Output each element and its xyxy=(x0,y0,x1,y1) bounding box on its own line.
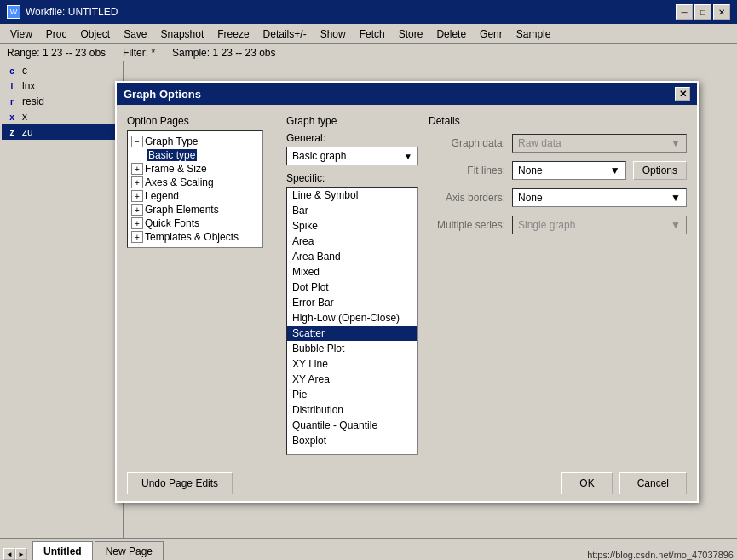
list-item-mixed[interactable]: Mixed xyxy=(287,264,417,280)
tree-item-basic-type[interactable]: Basic type xyxy=(147,148,259,162)
tree-item-templates-objects[interactable]: + Templates & Objects xyxy=(131,230,259,244)
multiple-series-arrow: ▼ xyxy=(671,219,681,231)
tree-item-legend[interactable]: + Legend xyxy=(131,189,259,203)
fit-lines-label: Fit lines: xyxy=(429,165,505,176)
footer-left: Undo Page Edits xyxy=(127,472,233,494)
list-item-spike[interactable]: Spike xyxy=(287,218,417,234)
tree-item-graph-elements[interactable]: + Graph Elements xyxy=(131,203,259,216)
options-button[interactable]: Options xyxy=(633,161,687,180)
graph-type-heading: Graph type xyxy=(286,115,418,127)
dialog-close-button[interactable]: ✕ xyxy=(675,87,690,101)
multiple-series-label: Multiple series: xyxy=(429,219,505,231)
tree-item-frame-size[interactable]: + Frame & Size xyxy=(131,162,259,176)
tree-expand-graph-elements[interactable]: + xyxy=(131,204,143,216)
list-item-bar[interactable]: Bar xyxy=(287,203,417,218)
tree-label-axes-scaling: Axes & Scaling xyxy=(145,176,214,188)
general-field-label: General: xyxy=(286,132,418,144)
tree-item-graph-type[interactable]: − Graph Type xyxy=(131,135,259,148)
list-item-line-symbol[interactable]: Line & Symbol xyxy=(287,188,417,203)
graph-type-panel: Graph type General: Basic graph ▼ Specif… xyxy=(286,115,418,455)
tree-label-basic-type: Basic type xyxy=(147,149,197,161)
graph-data-dropdown[interactable]: Raw data ▼ xyxy=(512,134,687,153)
axis-borders-value: None xyxy=(518,192,543,204)
tree-label-legend: Legend xyxy=(145,190,179,202)
list-item-error-bar[interactable]: Error Bar xyxy=(287,295,417,310)
fit-lines-value: None xyxy=(518,165,543,176)
multiple-series-row: Multiple series: Single graph ▼ xyxy=(429,216,687,234)
option-pages-panel: Option Pages − Graph Type Basic type xyxy=(127,115,276,455)
tree-expand-frame-size[interactable]: + xyxy=(131,163,143,175)
axis-borders-row: Axis borders: None ▼ xyxy=(429,188,687,207)
graph-data-arrow: ▼ xyxy=(671,137,681,149)
footer-right: OK Cancel xyxy=(561,472,687,494)
tree-expand-graph-type[interactable]: − xyxy=(131,136,143,147)
list-item-dot-plot[interactable]: Dot Plot xyxy=(287,280,417,295)
tree-label-templates-objects: Templates & Objects xyxy=(145,231,239,243)
specific-list-box[interactable]: Line & Symbol Bar Spike Area Area Band M… xyxy=(286,187,418,455)
list-item-boxplot[interactable]: Boxplot xyxy=(287,433,417,448)
multiple-series-value: Single graph xyxy=(518,219,575,231)
option-pages-label: Option Pages xyxy=(127,115,276,127)
graph-data-row: Graph data: Raw data ▼ xyxy=(429,134,687,153)
tree-label-frame-size: Frame & Size xyxy=(145,163,207,175)
undo-page-edits-button[interactable]: Undo Page Edits xyxy=(127,472,233,494)
ok-button[interactable]: OK xyxy=(561,472,612,494)
dialog-title-bar: Graph Options ✕ xyxy=(117,83,697,105)
list-item-high-low[interactable]: High-Low (Open-Close) xyxy=(287,310,417,326)
dialog-title-text: Graph Options xyxy=(124,88,201,101)
main-window: W Workfile: UNTITLED ─ □ ✕ View Proc Obj… xyxy=(0,0,737,560)
tree-label-quick-fonts: Quick Fonts xyxy=(145,217,199,229)
tree-label-graph-type: Graph Type xyxy=(145,136,198,147)
graph-data-value: Raw data xyxy=(518,137,561,149)
fit-lines-arrow: ▼ xyxy=(610,165,620,176)
list-item-xy-area[interactable]: XY Area xyxy=(287,372,417,387)
list-item-bubble-plot[interactable]: Bubble Plot xyxy=(287,341,417,356)
option-pages-tree: − Graph Type Basic type + Frame & xyxy=(127,130,263,248)
details-heading: Details xyxy=(429,115,687,127)
general-dropdown-arrow: ▼ xyxy=(404,152,412,161)
tree-expand-quick-fonts[interactable]: + xyxy=(131,217,143,229)
tree-expand-axes-scaling[interactable]: + xyxy=(131,176,143,188)
axis-borders-label: Axis borders: xyxy=(429,192,505,204)
axis-borders-dropdown[interactable]: None ▼ xyxy=(512,188,687,207)
details-panel: Details Graph data: Raw data ▼ Fit lines… xyxy=(429,115,687,455)
dialog-overlay: Graph Options ✕ Option Pages − Graph Typ… xyxy=(0,0,737,560)
general-dropdown[interactable]: Basic graph ▼ xyxy=(286,147,418,165)
axis-borders-arrow: ▼ xyxy=(671,192,681,204)
specific-label: Specific: xyxy=(286,172,418,184)
list-item-area-band[interactable]: Area Band xyxy=(287,249,417,264)
dialog-footer: Undo Page Edits OK Cancel xyxy=(117,465,697,501)
graph-options-dialog: Graph Options ✕ Option Pages − Graph Typ… xyxy=(115,81,699,503)
list-item-distribution[interactable]: Distribution xyxy=(287,402,417,418)
cancel-button[interactable]: Cancel xyxy=(619,472,687,494)
multiple-series-dropdown[interactable]: Single graph ▼ xyxy=(512,216,687,234)
list-item-xy-line[interactable]: XY Line xyxy=(287,356,417,372)
fit-lines-dropdown[interactable]: None ▼ xyxy=(512,161,626,180)
tree-item-axes-scaling[interactable]: + Axes & Scaling xyxy=(131,176,259,189)
list-item-quantile[interactable]: Quantile - Quantile xyxy=(287,418,417,433)
list-item-pie[interactable]: Pie xyxy=(287,387,417,402)
tree-expand-templates-objects[interactable]: + xyxy=(131,231,143,243)
tree-label-graph-elements: Graph Elements xyxy=(145,204,219,216)
fit-lines-row: Fit lines: None ▼ Options xyxy=(429,161,687,180)
list-item-area[interactable]: Area xyxy=(287,234,417,249)
tree-expand-legend[interactable]: + xyxy=(131,190,143,202)
tree-item-quick-fonts[interactable]: + Quick Fonts xyxy=(131,216,259,230)
graph-data-label: Graph data: xyxy=(429,137,505,149)
general-dropdown-value: Basic graph xyxy=(292,150,346,162)
tree-child-basic-type: Basic type xyxy=(147,148,259,162)
dialog-body: Option Pages − Graph Type Basic type xyxy=(117,105,697,465)
list-item-scatter[interactable]: Scatter xyxy=(287,326,417,341)
